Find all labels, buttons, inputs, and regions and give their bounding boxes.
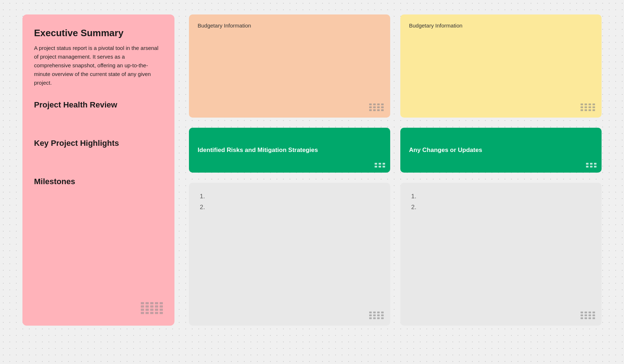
changes-card-grid-icon	[586, 163, 596, 168]
risks-banner-card: Identified Risks and Mitigation Strategi…	[189, 128, 390, 173]
budgetary-peach-label: Budgetary Information	[198, 22, 251, 29]
budgetary-peach-card: Budgetary Information	[189, 14, 390, 118]
risks-list-item-1: 1.	[200, 193, 379, 200]
risks-card-grid-icon	[375, 163, 385, 168]
executive-summary-card: Executive Summary A project status repor…	[22, 14, 174, 326]
page-layout: Executive Summary A project status repor…	[22, 14, 602, 326]
changes-list-item-1: 1.	[411, 193, 591, 200]
budgetary-yellow-card: Budgetary Information	[400, 14, 602, 118]
project-health-heading: Project Health Review	[34, 100, 163, 110]
budgetary-yellow-label: Budgetary Information	[409, 22, 463, 29]
executive-summary-body: A project status report is a pivotal too…	[34, 44, 163, 87]
changes-list-item-2: 2.	[411, 204, 591, 211]
changes-banner-card: Any Changes or Updates	[400, 128, 602, 173]
key-highlights-heading: Key Project Highlights	[34, 139, 163, 148]
changes-list-card: 1. 2.	[400, 183, 602, 326]
milestones-heading: Milestones	[34, 177, 163, 186]
yellow-card-grid-icon	[581, 103, 595, 111]
executive-summary-title: Executive Summary	[34, 27, 163, 39]
left-card-grid-icon	[141, 302, 163, 314]
changes-banner-label: Any Changes or Updates	[409, 147, 482, 154]
right-grid: Budgetary Information	[189, 14, 602, 326]
risks-list-card: 1. 2.	[189, 183, 390, 326]
peach-card-grid-icon	[369, 103, 384, 111]
risks-banner-label: Identified Risks and Mitigation Strategi…	[198, 147, 318, 154]
risks-list-grid-icon	[369, 312, 384, 319]
changes-list-grid-icon	[581, 312, 595, 319]
risks-list-item-2: 2.	[200, 204, 379, 211]
